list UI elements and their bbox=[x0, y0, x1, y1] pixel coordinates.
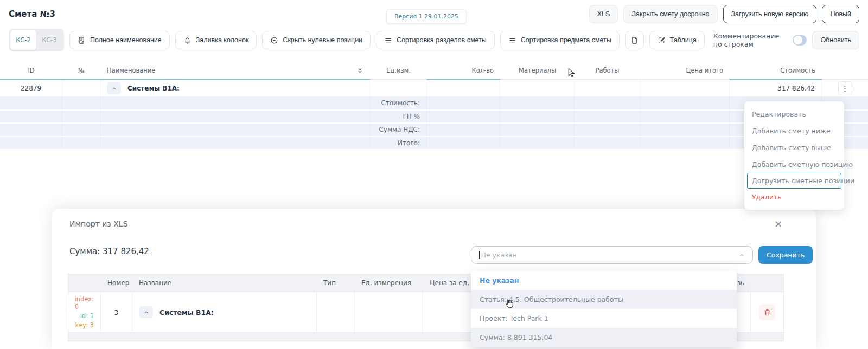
full-name-button[interactable]: Полное наименование bbox=[69, 31, 170, 49]
dropdown-option-sum[interactable]: Сумма: 8 891 315,04 bbox=[471, 328, 737, 347]
column-header-works[interactable]: Работы bbox=[575, 62, 640, 80]
estimate-row[interactable]: 22879 Системы В1А: 317 826,42 ⋮ bbox=[0, 80, 868, 97]
row-name-label: Системы В1А: bbox=[159, 308, 214, 316]
save-button[interactable]: Сохранить bbox=[758, 246, 813, 264]
row-name-label: Системы В1А: bbox=[127, 85, 180, 92]
close-estimate-button[interactable]: Закрыть смету досрочно bbox=[623, 5, 717, 23]
cell-actions: ⋮ bbox=[822, 80, 868, 96]
column-header-unit[interactable]: Ед.изм. bbox=[370, 62, 427, 80]
summary-row: Сумма НДС: bbox=[0, 124, 868, 137]
column-header-number[interactable]: № bbox=[62, 62, 100, 80]
fill-columns-label: Заливка колонок bbox=[196, 36, 249, 44]
menu-item-add-position[interactable]: Добавить сметную позицию bbox=[744, 156, 844, 173]
column-header-materials[interactable]: Материалы bbox=[500, 62, 575, 80]
column-header-rowinfo bbox=[68, 274, 101, 292]
fill-columns-button[interactable]: Заливка колонок bbox=[175, 31, 257, 49]
sort-lines-icon bbox=[508, 36, 516, 44]
column-header-price-total[interactable]: Цена итого bbox=[640, 62, 730, 80]
column-header-actions bbox=[822, 62, 868, 80]
document-edit-icon bbox=[78, 36, 86, 44]
document-button[interactable] bbox=[625, 31, 644, 49]
form-tabs: КС-2 КС-3 bbox=[9, 29, 64, 51]
category-dropdown: Не указан Статья: 4.5. Общестроительные … bbox=[471, 271, 737, 347]
dropdown-option-project[interactable]: Проект: Tech Park 1 bbox=[471, 309, 737, 328]
menu-item-delete[interactable]: Удалить bbox=[744, 189, 844, 205]
dropdown-option-article[interactable]: Статья: 4.5. Общестроительные работы bbox=[471, 290, 737, 309]
category-select[interactable]: Не указан bbox=[471, 246, 753, 264]
column-header-name[interactable]: Название bbox=[132, 274, 317, 292]
new-button[interactable]: Новый bbox=[822, 5, 859, 23]
summary-label: Стоимость: bbox=[370, 97, 427, 109]
double-chevron-down-icon[interactable] bbox=[356, 67, 363, 74]
menu-item-add-below[interactable]: Добавить смету ниже bbox=[744, 122, 844, 139]
menu-item-edit[interactable]: Редактировать bbox=[744, 106, 844, 122]
bell-icon bbox=[183, 36, 192, 44]
sort-sections-button[interactable]: Сортировка разделов сметы bbox=[376, 31, 495, 49]
column-header-unit[interactable]: Ед. измерения bbox=[355, 274, 423, 292]
menu-item-add-above[interactable]: Добавить смету выше bbox=[744, 139, 844, 156]
tab-ks3[interactable]: КС-3 bbox=[36, 30, 62, 50]
cell-price-total bbox=[640, 80, 730, 96]
version-badge[interactable]: Версия 1 29.01.2025 bbox=[386, 9, 467, 24]
row-id: id: 1 bbox=[80, 312, 94, 320]
table-edit-button[interactable]: Таблица bbox=[649, 31, 705, 49]
sort-subject-button[interactable]: Сортировка предмета сметы bbox=[500, 31, 620, 49]
summary-row: Стоимость: bbox=[0, 97, 868, 111]
sort-subject-label: Сортировка предмета сметы bbox=[521, 36, 611, 44]
row-index: index: 0 bbox=[75, 295, 94, 311]
menu-item-load-positions[interactable]: Догрузить сметные позиции bbox=[747, 173, 841, 189]
xls-button[interactable]: XLS bbox=[589, 5, 618, 23]
column-header-number[interactable]: Номер bbox=[101, 274, 132, 292]
cell-number bbox=[62, 80, 100, 96]
column-header-qty[interactable]: Кол-во bbox=[427, 62, 500, 80]
collapse-row-button[interactable] bbox=[139, 306, 153, 318]
toolbar: КС-2 КС-3 Полное наименование Заливка ко… bbox=[0, 28, 868, 52]
row-menu-button[interactable]: ⋮ bbox=[838, 81, 852, 95]
estimate-page: Смета №3 Версия 1 29.01.2025 XLS Закрыть… bbox=[0, 0, 868, 349]
collapse-row-button[interactable] bbox=[107, 82, 121, 94]
cell-qty bbox=[427, 80, 500, 96]
hide-zero-label: Скрыть нулевые позиции bbox=[283, 36, 362, 44]
modal-title: Импорт из XLS bbox=[69, 219, 128, 228]
pencil-square-icon bbox=[658, 36, 666, 44]
row-meta: index: 0 id: 1 key: 3 bbox=[68, 292, 101, 332]
sort-lines-icon bbox=[384, 36, 392, 44]
upload-version-button[interactable]: Загрузить новую версию bbox=[723, 5, 817, 23]
document-icon bbox=[630, 36, 639, 44]
close-icon[interactable]: ✕ bbox=[774, 218, 782, 230]
summary-label: ГП % bbox=[370, 111, 427, 123]
cell-type bbox=[317, 292, 355, 332]
table-edit-label: Таблица bbox=[670, 36, 697, 44]
chevron-up-icon[interactable] bbox=[739, 252, 745, 258]
cell-unit bbox=[355, 292, 423, 332]
row-commenting-wrap: Комментирование по строкам bbox=[713, 32, 807, 48]
minus-circle-icon bbox=[270, 36, 278, 44]
row-commenting-toggle[interactable] bbox=[793, 35, 807, 46]
column-header-id[interactable]: ID bbox=[0, 62, 62, 80]
text-caret bbox=[479, 251, 480, 259]
cell-actions bbox=[751, 292, 783, 332]
refresh-button[interactable]: Обновить bbox=[812, 31, 859, 49]
column-header-cost[interactable]: Стоимость bbox=[730, 62, 822, 80]
cell-number: 3 bbox=[101, 292, 132, 332]
dropdown-option-not-specified[interactable]: Не указан bbox=[471, 271, 737, 290]
full-name-label: Полное наименование bbox=[90, 36, 162, 44]
main-table: ID № Наименование Ед.изм. Кол-во Материа… bbox=[0, 62, 868, 150]
select-placeholder: Не указан bbox=[481, 251, 517, 259]
cell-materials bbox=[500, 80, 575, 96]
delete-row-button[interactable] bbox=[759, 304, 775, 320]
row-key: key: 3 bbox=[75, 321, 94, 329]
row-commenting-label: Комментирование по строкам bbox=[713, 32, 788, 48]
summary-label: Итого: bbox=[370, 137, 427, 150]
column-header-name[interactable]: Наименование bbox=[100, 62, 370, 80]
page-title: Смета №3 bbox=[9, 9, 55, 19]
column-header-price[interactable]: Цена за ед. bbox=[423, 274, 476, 292]
hide-zero-button[interactable]: Скрыть нулевые позиции bbox=[262, 31, 371, 49]
cell-name: Системы В1А: bbox=[132, 292, 317, 332]
column-header-type[interactable]: Тип bbox=[317, 274, 355, 292]
tab-ks2[interactable]: КС-2 bbox=[10, 30, 36, 50]
cell-price bbox=[423, 292, 476, 332]
modal-sum-label: Сумма: 317 826,42 bbox=[69, 247, 149, 256]
toggle-knob bbox=[794, 36, 802, 44]
cell-cost: 317 826,42 bbox=[730, 80, 822, 96]
